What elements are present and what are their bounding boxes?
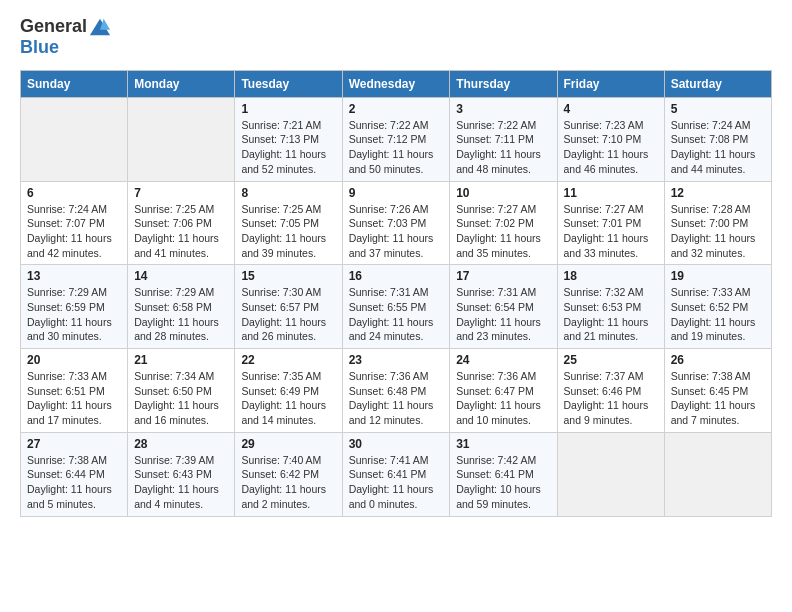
day-info: Sunrise: 7:38 AMSunset: 6:45 PMDaylight:… xyxy=(671,369,765,428)
day-number: 26 xyxy=(671,353,765,367)
calendar-cell: 27Sunrise: 7:38 AMSunset: 6:44 PMDayligh… xyxy=(21,432,128,516)
day-number: 28 xyxy=(134,437,228,451)
calendar-cell: 6Sunrise: 7:24 AMSunset: 7:07 PMDaylight… xyxy=(21,181,128,265)
weekday-header: Friday xyxy=(557,70,664,97)
day-number: 14 xyxy=(134,269,228,283)
day-info: Sunrise: 7:23 AMSunset: 7:10 PMDaylight:… xyxy=(564,118,658,177)
day-info: Sunrise: 7:30 AMSunset: 6:57 PMDaylight:… xyxy=(241,285,335,344)
weekday-header: Sunday xyxy=(21,70,128,97)
day-number: 13 xyxy=(27,269,121,283)
calendar-cell: 21Sunrise: 7:34 AMSunset: 6:50 PMDayligh… xyxy=(128,349,235,433)
day-number: 5 xyxy=(671,102,765,116)
day-number: 31 xyxy=(456,437,550,451)
calendar-week-row: 6Sunrise: 7:24 AMSunset: 7:07 PMDaylight… xyxy=(21,181,772,265)
day-info: Sunrise: 7:29 AMSunset: 6:59 PMDaylight:… xyxy=(27,285,121,344)
calendar-cell: 8Sunrise: 7:25 AMSunset: 7:05 PMDaylight… xyxy=(235,181,342,265)
calendar-cell: 7Sunrise: 7:25 AMSunset: 7:06 PMDaylight… xyxy=(128,181,235,265)
calendar-cell: 18Sunrise: 7:32 AMSunset: 6:53 PMDayligh… xyxy=(557,265,664,349)
calendar-table: SundayMondayTuesdayWednesdayThursdayFrid… xyxy=(20,70,772,517)
day-info: Sunrise: 7:28 AMSunset: 7:00 PMDaylight:… xyxy=(671,202,765,261)
calendar-cell: 30Sunrise: 7:41 AMSunset: 6:41 PMDayligh… xyxy=(342,432,450,516)
day-info: Sunrise: 7:24 AMSunset: 7:07 PMDaylight:… xyxy=(27,202,121,261)
weekday-header: Monday xyxy=(128,70,235,97)
logo-text: GeneralBlue xyxy=(20,16,111,58)
day-info: Sunrise: 7:39 AMSunset: 6:43 PMDaylight:… xyxy=(134,453,228,512)
calendar-cell: 15Sunrise: 7:30 AMSunset: 6:57 PMDayligh… xyxy=(235,265,342,349)
day-number: 10 xyxy=(456,186,550,200)
calendar-cell: 31Sunrise: 7:42 AMSunset: 6:41 PMDayligh… xyxy=(450,432,557,516)
day-info: Sunrise: 7:42 AMSunset: 6:41 PMDaylight:… xyxy=(456,453,550,512)
day-info: Sunrise: 7:22 AMSunset: 7:11 PMDaylight:… xyxy=(456,118,550,177)
day-number: 3 xyxy=(456,102,550,116)
calendar-cell: 3Sunrise: 7:22 AMSunset: 7:11 PMDaylight… xyxy=(450,97,557,181)
day-number: 19 xyxy=(671,269,765,283)
calendar-cell: 29Sunrise: 7:40 AMSunset: 6:42 PMDayligh… xyxy=(235,432,342,516)
weekday-header: Tuesday xyxy=(235,70,342,97)
day-number: 25 xyxy=(564,353,658,367)
day-info: Sunrise: 7:29 AMSunset: 6:58 PMDaylight:… xyxy=(134,285,228,344)
weekday-header: Saturday xyxy=(664,70,771,97)
calendar-cell: 5Sunrise: 7:24 AMSunset: 7:08 PMDaylight… xyxy=(664,97,771,181)
weekday-header: Wednesday xyxy=(342,70,450,97)
calendar-cell xyxy=(557,432,664,516)
day-info: Sunrise: 7:32 AMSunset: 6:53 PMDaylight:… xyxy=(564,285,658,344)
day-number: 7 xyxy=(134,186,228,200)
day-info: Sunrise: 7:36 AMSunset: 6:47 PMDaylight:… xyxy=(456,369,550,428)
calendar-cell: 2Sunrise: 7:22 AMSunset: 7:12 PMDaylight… xyxy=(342,97,450,181)
day-info: Sunrise: 7:27 AMSunset: 7:02 PMDaylight:… xyxy=(456,202,550,261)
day-info: Sunrise: 7:34 AMSunset: 6:50 PMDaylight:… xyxy=(134,369,228,428)
calendar-cell xyxy=(128,97,235,181)
day-number: 17 xyxy=(456,269,550,283)
day-info: Sunrise: 7:41 AMSunset: 6:41 PMDaylight:… xyxy=(349,453,444,512)
day-number: 29 xyxy=(241,437,335,451)
day-info: Sunrise: 7:31 AMSunset: 6:54 PMDaylight:… xyxy=(456,285,550,344)
day-info: Sunrise: 7:26 AMSunset: 7:03 PMDaylight:… xyxy=(349,202,444,261)
calendar-cell: 17Sunrise: 7:31 AMSunset: 6:54 PMDayligh… xyxy=(450,265,557,349)
day-number: 12 xyxy=(671,186,765,200)
calendar-cell: 22Sunrise: 7:35 AMSunset: 6:49 PMDayligh… xyxy=(235,349,342,433)
day-number: 16 xyxy=(349,269,444,283)
calendar-cell xyxy=(21,97,128,181)
day-number: 30 xyxy=(349,437,444,451)
day-info: Sunrise: 7:21 AMSunset: 7:13 PMDaylight:… xyxy=(241,118,335,177)
calendar-cell: 24Sunrise: 7:36 AMSunset: 6:47 PMDayligh… xyxy=(450,349,557,433)
calendar-cell: 20Sunrise: 7:33 AMSunset: 6:51 PMDayligh… xyxy=(21,349,128,433)
calendar-cell: 13Sunrise: 7:29 AMSunset: 6:59 PMDayligh… xyxy=(21,265,128,349)
day-info: Sunrise: 7:25 AMSunset: 7:06 PMDaylight:… xyxy=(134,202,228,261)
day-info: Sunrise: 7:25 AMSunset: 7:05 PMDaylight:… xyxy=(241,202,335,261)
calendar-cell: 10Sunrise: 7:27 AMSunset: 7:02 PMDayligh… xyxy=(450,181,557,265)
calendar-cell: 23Sunrise: 7:36 AMSunset: 6:48 PMDayligh… xyxy=(342,349,450,433)
day-info: Sunrise: 7:24 AMSunset: 7:08 PMDaylight:… xyxy=(671,118,765,177)
day-number: 22 xyxy=(241,353,335,367)
calendar-cell: 11Sunrise: 7:27 AMSunset: 7:01 PMDayligh… xyxy=(557,181,664,265)
calendar-cell: 12Sunrise: 7:28 AMSunset: 7:00 PMDayligh… xyxy=(664,181,771,265)
day-number: 1 xyxy=(241,102,335,116)
weekday-header: Thursday xyxy=(450,70,557,97)
day-number: 27 xyxy=(27,437,121,451)
page-header: GeneralBlue xyxy=(20,16,772,58)
calendar-cell: 14Sunrise: 7:29 AMSunset: 6:58 PMDayligh… xyxy=(128,265,235,349)
day-info: Sunrise: 7:37 AMSunset: 6:46 PMDaylight:… xyxy=(564,369,658,428)
header-row: SundayMondayTuesdayWednesdayThursdayFrid… xyxy=(21,70,772,97)
day-number: 8 xyxy=(241,186,335,200)
day-info: Sunrise: 7:36 AMSunset: 6:48 PMDaylight:… xyxy=(349,369,444,428)
day-info: Sunrise: 7:38 AMSunset: 6:44 PMDaylight:… xyxy=(27,453,121,512)
day-info: Sunrise: 7:35 AMSunset: 6:49 PMDaylight:… xyxy=(241,369,335,428)
calendar-cell xyxy=(664,432,771,516)
day-number: 15 xyxy=(241,269,335,283)
day-info: Sunrise: 7:22 AMSunset: 7:12 PMDaylight:… xyxy=(349,118,444,177)
calendar-cell: 4Sunrise: 7:23 AMSunset: 7:10 PMDaylight… xyxy=(557,97,664,181)
calendar-cell: 26Sunrise: 7:38 AMSunset: 6:45 PMDayligh… xyxy=(664,349,771,433)
day-number: 9 xyxy=(349,186,444,200)
day-number: 4 xyxy=(564,102,658,116)
day-info: Sunrise: 7:33 AMSunset: 6:52 PMDaylight:… xyxy=(671,285,765,344)
calendar-cell: 19Sunrise: 7:33 AMSunset: 6:52 PMDayligh… xyxy=(664,265,771,349)
calendar-week-row: 27Sunrise: 7:38 AMSunset: 6:44 PMDayligh… xyxy=(21,432,772,516)
day-number: 2 xyxy=(349,102,444,116)
day-number: 20 xyxy=(27,353,121,367)
day-info: Sunrise: 7:27 AMSunset: 7:01 PMDaylight:… xyxy=(564,202,658,261)
calendar-cell: 9Sunrise: 7:26 AMSunset: 7:03 PMDaylight… xyxy=(342,181,450,265)
calendar-week-row: 20Sunrise: 7:33 AMSunset: 6:51 PMDayligh… xyxy=(21,349,772,433)
logo: GeneralBlue xyxy=(20,16,111,58)
calendar-week-row: 1Sunrise: 7:21 AMSunset: 7:13 PMDaylight… xyxy=(21,97,772,181)
